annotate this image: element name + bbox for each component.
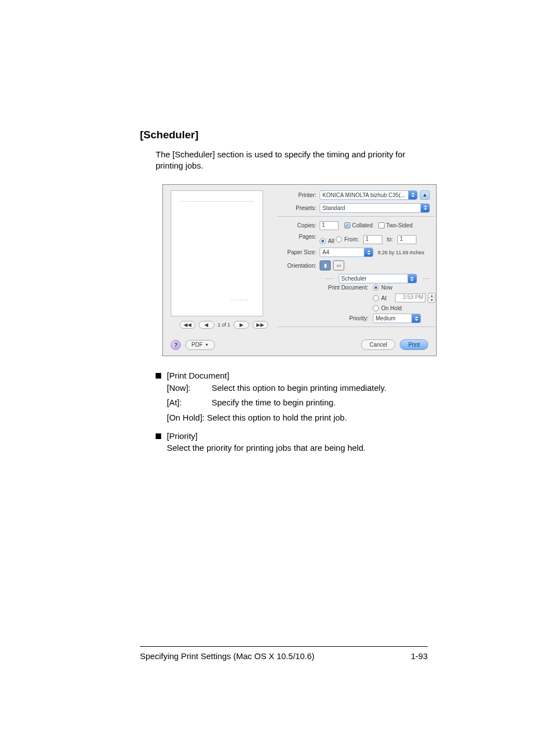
printer-value: KONICA MINOLTA bizhub C35(...: [322, 192, 415, 198]
divider: [277, 216, 435, 217]
paper-size-meta: 8.26 by 11.69 inches: [378, 250, 424, 255]
opt-now-label: Now: [381, 284, 392, 291]
print-document-now-radio[interactable]: Now: [373, 284, 392, 291]
pages-from-label: From:: [344, 236, 359, 242]
priority-value: Medium: [376, 315, 406, 321]
presets-select[interactable]: Standard: [320, 203, 430, 213]
help-button[interactable]: ?: [171, 340, 181, 350]
bullet-icon: [156, 433, 161, 439]
print-document-label: Print Document:: [320, 284, 373, 291]
printer-status-button[interactable]: ▲: [420, 190, 430, 200]
pages-label: Pages:: [277, 234, 320, 240]
desc-b2-title: [Priority]: [167, 431, 198, 441]
pager-next-button[interactable]: ▶: [233, 321, 249, 329]
pager-first-button[interactable]: ◀◀: [180, 321, 195, 329]
at-time-input[interactable]: 3:53 PM: [395, 293, 425, 302]
desc-now-val: Select this option to begin printing imm…: [212, 382, 428, 394]
two-sided-checkbox[interactable]: Two-Sided: [378, 222, 413, 228]
select-arrows-icon: [420, 204, 429, 212]
pages-from-radio[interactable]: From: 1 to: 1: [336, 235, 416, 244]
select-arrows-icon: [408, 191, 417, 199]
stepper-down-icon: ▼: [428, 298, 435, 302]
presets-value: Standard: [322, 205, 355, 211]
radio-off-icon: [373, 295, 379, 301]
pdf-label: PDF: [191, 342, 203, 348]
pdf-menu-button[interactable]: PDF: [185, 340, 215, 350]
at-time-stepper[interactable]: ▲ ▼: [428, 293, 435, 303]
section-intro: The [Scheduler] section is used to speci…: [156, 149, 428, 172]
select-arrows-icon: [407, 274, 416, 283]
radio-off-icon: [336, 236, 342, 242]
radio-on-icon: [373, 284, 379, 291]
copies-input[interactable]: 1: [320, 221, 339, 230]
footer-right: 1-93: [411, 651, 428, 661]
orientation-label: Orientation:: [277, 263, 320, 269]
radio-on-icon: [320, 238, 326, 244]
print-button[interactable]: Print: [400, 339, 428, 350]
pager-prev-button[interactable]: ◀: [199, 321, 214, 329]
paper-size-value: A4: [322, 249, 339, 255]
desc-at-val: Specify the time to begin printing.: [212, 397, 428, 408]
select-arrows-icon: [411, 314, 420, 323]
radio-off-icon: [373, 305, 379, 311]
collated-label: Collated: [352, 222, 373, 228]
cancel-button[interactable]: Cancel: [361, 339, 395, 350]
pages-all-label: All: [328, 238, 334, 244]
pages-from-input[interactable]: 1: [363, 235, 382, 244]
section-select[interactable]: Scheduler: [339, 274, 417, 283]
opt-onhold-label: On Hold: [381, 305, 402, 311]
collated-checkbox[interactable]: ✓ Collated: [344, 222, 373, 228]
desc-b1-title: [Print Document]: [167, 371, 229, 380]
landscape-icon: ▭: [336, 263, 341, 268]
presets-label: Presets:: [277, 205, 320, 211]
checkbox-unchecked-icon: [378, 222, 385, 228]
print-dialog: ◀◀ ◀ 1 of 1 ▶ ▶▶ Printer: KONICA MINOLTA…: [162, 184, 437, 357]
desc-at-key: [At]:: [167, 397, 212, 408]
pages-to-label: to:: [387, 236, 393, 242]
desc-onhold-line: [On Hold]: Select this option to hold th…: [167, 412, 347, 423]
select-arrows-icon: [364, 248, 373, 256]
orientation-landscape-button[interactable]: ▭: [333, 260, 344, 270]
checkbox-checked-icon: ✓: [344, 222, 350, 228]
print-document-onhold-radio[interactable]: On Hold: [373, 305, 402, 311]
footer-left: Specifying Print Settings (Mac OS X 10.5…: [140, 651, 315, 661]
orientation-portrait-button[interactable]: ▮: [320, 260, 331, 270]
desc-b2-text: Select the priority for printing jobs th…: [167, 443, 366, 452]
print-document-at-radio[interactable]: At: [373, 295, 386, 301]
copies-label: Copies:: [277, 222, 320, 228]
pager-value: 1 of 1: [218, 322, 231, 328]
section-heading: [Scheduler]: [140, 129, 428, 141]
section-value: Scheduler: [341, 276, 377, 282]
priority-label: Priority:: [320, 315, 373, 321]
paper-size-select[interactable]: A4: [320, 248, 373, 257]
portrait-icon: ▮: [324, 263, 327, 268]
opt-at-label: At: [381, 295, 386, 301]
printer-label: Printer:: [277, 192, 320, 198]
paper-size-label: Paper Size:: [277, 249, 320, 255]
desc-now-key: [Now]:: [167, 382, 212, 394]
pages-all-radio[interactable]: All: [320, 238, 334, 244]
bullet-icon: [156, 373, 161, 379]
priority-select[interactable]: Medium: [373, 314, 421, 323]
pager-last-button[interactable]: ▶▶: [252, 321, 268, 329]
pages-to-input[interactable]: 1: [397, 235, 416, 244]
two-sided-label: Two-Sided: [386, 222, 413, 228]
page-preview: [171, 190, 263, 316]
divider: [277, 326, 435, 327]
stepper-up-icon: ▲: [428, 293, 435, 298]
printer-select[interactable]: KONICA MINOLTA bizhub C35(...: [320, 190, 418, 200]
